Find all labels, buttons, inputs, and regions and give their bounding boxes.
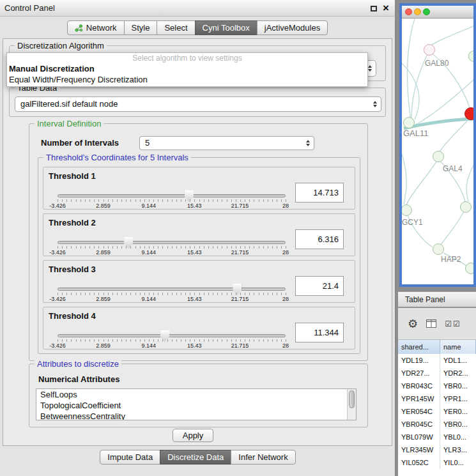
- cell-shared-name: YPR145W: [398, 392, 440, 405]
- tab-jactivemodules[interactable]: jActiveModules: [257, 20, 328, 35]
- threshold-4-slider[interactable]: [58, 334, 286, 337]
- slider-tick-labels: -3.4262.8599.14415.4321.71528: [58, 203, 286, 210]
- num-intervals-combobox[interactable]: 5: [139, 136, 314, 150]
- attributes-list: SelfLoops TopologicalCoefficient Between…: [36, 388, 357, 420]
- tab-network-label: Network: [86, 21, 117, 35]
- control-panel-titlebar: Control Panel ×: [0, 0, 395, 17]
- table-row[interactable]: YDL19...YDL1...: [398, 354, 476, 367]
- checkbox-icons[interactable]: ☑☑: [445, 319, 461, 328]
- threshold-2-slider[interactable]: [58, 241, 286, 244]
- group-title-attributes: Attributes to discretize: [35, 359, 121, 369]
- algorithm-dropdown: Select algorithm to view settings Manual…: [6, 52, 368, 87]
- cell-name: YLR3...: [440, 443, 476, 456]
- cell-name: YPR1...: [440, 392, 476, 405]
- table-panel-title: Table Panel: [405, 295, 445, 304]
- threshold-2-label: Threshold 2: [49, 218, 96, 227]
- table-row[interactable]: YPR145WYPR1...: [398, 392, 476, 405]
- cell-name: YDL1...: [440, 354, 476, 367]
- tab-network[interactable]: Network: [67, 20, 125, 35]
- threshold-3-slider[interactable]: [58, 288, 286, 291]
- threshold-1-value-input[interactable]: [295, 183, 344, 203]
- columns-icon[interactable]: [426, 319, 436, 328]
- tab-style[interactable]: Style: [124, 20, 158, 35]
- tab-infer-network[interactable]: Infer Network: [231, 450, 295, 464]
- node-label-gal4: GAL4: [443, 164, 463, 173]
- dropdown-hint: Select algorithm to view settings: [7, 53, 367, 63]
- dropdown-option-manual-discretization[interactable]: Manual Discretization: [7, 63, 367, 74]
- scrollbar-thumb[interactable]: [349, 390, 355, 408]
- table-panel-header: Table Panel: [398, 291, 476, 307]
- cell-shared-name: YDR27...: [398, 367, 440, 380]
- dropdown-option-equal-width-frequency[interactable]: Equal Width/Frequency Discretization: [7, 74, 367, 85]
- combo-arrows-icon: [368, 65, 372, 72]
- cell-name: YBL0...: [440, 431, 476, 443]
- cell-shared-name: YER054C: [398, 405, 440, 418]
- list-item[interactable]: BetweennessCentrality: [36, 411, 356, 420]
- numerical-attributes-label: Numerical Attributes: [38, 374, 119, 384]
- group-title-threshold-coordinates: Threshold's Coordinates for 5 Intervals: [43, 153, 191, 162]
- column-header-name[interactable]: name: [440, 340, 476, 354]
- node-table: shared... name YDL19...YDL1... YDR27...Y…: [398, 340, 476, 476]
- list-item[interactable]: TopologicalCoefficient: [36, 400, 356, 411]
- node-label-gal11: GAL11: [403, 128, 429, 138]
- column-header-shared-name[interactable]: shared...: [398, 340, 440, 354]
- list-scrollbar[interactable]: [347, 389, 356, 420]
- table-data-combobox[interactable]: galFiltered.sif default node: [15, 96, 381, 112]
- network-node[interactable]: [460, 201, 472, 213]
- tab-cyni-toolbox[interactable]: Cyni Toolbox: [195, 20, 257, 35]
- apply-button[interactable]: Apply: [173, 429, 213, 442]
- cell-name: YER0...: [440, 405, 476, 418]
- combo-arrows-icon: [373, 101, 377, 107]
- slider-minor-ticks: [58, 246, 286, 249]
- num-intervals-label: Number of Intervals: [41, 138, 119, 148]
- cell-shared-name: YIL052C: [398, 456, 440, 469]
- threshold-2-value-input[interactable]: [295, 229, 344, 249]
- group-interval-definition: Interval Definition Number of Intervals …: [29, 123, 368, 361]
- threshold-4-label: Threshold 4: [49, 311, 96, 321]
- network-node-red[interactable]: [464, 107, 473, 120]
- threshold-1-slider[interactable]: [58, 194, 286, 197]
- bottom-tab-bar: Impute Data Discretize Data Infer Networ…: [0, 450, 395, 464]
- traffic-light-minimize-icon[interactable]: [414, 8, 421, 15]
- table-row[interactable]: YBL079WYBL0...: [398, 431, 476, 443]
- list-item[interactable]: SelfLoops: [36, 389, 356, 400]
- table-data-value: galFiltered.sif default node: [20, 99, 118, 109]
- node-label-gal80: GAL80: [425, 59, 449, 68]
- network-node[interactable]: [424, 44, 435, 56]
- cell-shared-name: YBR043C: [398, 380, 440, 392]
- network-node[interactable]: [403, 117, 415, 128]
- traffic-light-zoom-icon[interactable]: [423, 8, 430, 15]
- cell-name: YDR2...: [440, 367, 476, 380]
- table-row[interactable]: YBR043CYBR0...: [398, 380, 476, 392]
- slider-tick-labels: -3.4262.8599.14415.4321.71528: [58, 296, 286, 303]
- table-row[interactable]: YBR045CYBR0...: [398, 418, 476, 431]
- threshold-panel-2: Threshold 2 -3.4262.8599.14415.4321.7152…: [43, 213, 355, 256]
- tab-impute-data[interactable]: Impute Data: [100, 450, 160, 464]
- num-intervals-value: 5: [145, 138, 150, 148]
- table-row[interactable]: YIL052CYIL0...: [398, 456, 476, 469]
- tab-select[interactable]: Select: [157, 20, 195, 35]
- table-row[interactable]: YDR27...YDR2...: [398, 367, 476, 380]
- threshold-3-value-input[interactable]: [295, 276, 344, 296]
- slider-minor-ticks: [58, 339, 286, 342]
- cell-shared-name: YDL19...: [398, 354, 440, 367]
- threshold-panel-3: Threshold 3 -3.4262.8599.14415.4321.7152…: [43, 260, 355, 303]
- table-row[interactable]: YLR345WYLR3...: [398, 443, 476, 456]
- network-canvas[interactable]: GAL80 GAL11 GAL4 GCY1 HAP2: [402, 19, 473, 284]
- screen: Control Panel × Network Style Select: [0, 0, 476, 476]
- table-row[interactable]: YER054CYER0...: [398, 405, 476, 418]
- slider-minor-ticks: [58, 293, 286, 295]
- cell-shared-name: YBR045C: [398, 418, 440, 431]
- traffic-light-close-icon[interactable]: [405, 8, 412, 15]
- cell-name: YBR0...: [440, 418, 476, 431]
- threshold-4-value-input[interactable]: [295, 323, 344, 342]
- gear-icon[interactable]: ⚙: [408, 318, 418, 330]
- float-window-icon[interactable]: [371, 6, 377, 12]
- slider-tick-labels: -3.4262.8599.14415.4321.71528: [58, 342, 286, 349]
- close-icon[interactable]: ×: [383, 0, 389, 16]
- tab-discretize-data[interactable]: Discretize Data: [160, 450, 231, 464]
- network-node[interactable]: [433, 151, 444, 162]
- cyni-content-panel: Discretization Algorithm Table Data galF…: [3, 38, 392, 446]
- network-node[interactable]: [433, 243, 444, 255]
- network-node[interactable]: [465, 263, 473, 274]
